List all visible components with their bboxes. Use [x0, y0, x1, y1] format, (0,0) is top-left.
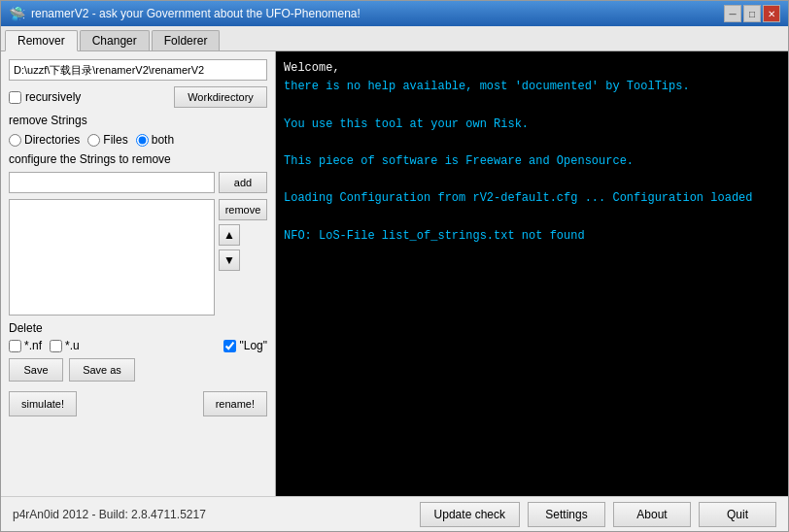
maximize-button[interactable]: □ — [743, 5, 761, 22]
update-check-button[interactable]: Update check — [420, 502, 520, 527]
delete-label: Delete — [9, 321, 267, 335]
nf-label: *.nf — [24, 339, 42, 352]
radio-both-label: both — [152, 133, 174, 147]
right-panel: Welcome,there is no help available, most… — [276, 51, 788, 496]
string-list[interactable] — [9, 199, 215, 316]
tab-folderer[interactable]: Folderer — [152, 30, 221, 50]
titlebar-left: 🛸 renamerV2 - ask your Government about … — [9, 6, 360, 21]
panel-content: recursively Workdirectory remove Strings… — [1, 51, 788, 496]
log-line: there is no help available, most 'docume… — [284, 78, 780, 96]
radio-files: Files — [87, 133, 127, 147]
tab-changer[interactable]: Changer — [80, 30, 150, 50]
log-line — [284, 209, 780, 227]
log-line: You use this tool at your own Risk. — [284, 116, 780, 134]
recursively-checkbox[interactable] — [9, 91, 21, 104]
save-as-button[interactable]: Save as — [69, 358, 135, 382]
save-row: Save Save as — [9, 358, 267, 382]
up-button[interactable]: ▲ — [219, 224, 240, 246]
save-button[interactable]: Save — [9, 358, 63, 382]
radio-directories-input[interactable] — [9, 134, 21, 147]
radio-directories: Directories — [9, 133, 80, 147]
radio-files-label: Files — [103, 133, 127, 147]
build-text: p4rAn0id 2012 - Build: 2.8.4711.5217 — [13, 508, 412, 521]
list-area-row: remove ▲ ▼ — [9, 199, 267, 316]
u-label: *.u — [65, 339, 80, 352]
u-checkbox[interactable] — [50, 340, 62, 352]
add-button[interactable]: add — [219, 172, 267, 193]
remove-button[interactable]: remove — [219, 199, 267, 220]
path-input[interactable] — [9, 59, 267, 81]
path-row — [9, 59, 267, 81]
configure-label: configure the Strings to remove — [9, 152, 267, 166]
log-label: "Log" — [239, 339, 267, 352]
main-window: 🛸 renamerV2 - ask your Government about … — [0, 0, 789, 532]
about-button[interactable]: About — [613, 502, 691, 527]
left-panel: recursively Workdirectory remove Strings… — [1, 51, 276, 496]
statusbar: p4rAn0id 2012 - Build: 2.8.4711.5217 Upd… — [1, 496, 788, 531]
window-title: renamerV2 - ask your Government about th… — [31, 7, 360, 20]
down-button[interactable]: ▼ — [219, 249, 240, 271]
u-check-item: *.u — [50, 339, 80, 352]
add-row: add — [9, 172, 267, 193]
log-checkbox[interactable] — [223, 340, 236, 352]
log-line — [284, 171, 780, 189]
radio-row: Directories Files both — [9, 133, 267, 147]
radio-directories-label: Directories — [24, 133, 80, 147]
log-line: Welcome, — [284, 59, 780, 78]
list-side-btns: remove ▲ ▼ — [219, 199, 267, 316]
quit-button[interactable]: Quit — [699, 502, 776, 527]
radio-both-input[interactable] — [136, 134, 149, 147]
rename-button[interactable]: rename! — [203, 391, 267, 416]
log-check-item: "Log" — [223, 339, 267, 352]
simulate-button[interactable]: simulate! — [9, 391, 77, 416]
nf-checkbox[interactable] — [9, 340, 21, 352]
recursively-check-row: recursively — [9, 90, 81, 104]
titlebar-controls: ─ □ ✕ — [724, 5, 780, 22]
radio-both: both — [136, 133, 174, 147]
titlebar: 🛸 renamerV2 - ask your Government about … — [1, 1, 788, 26]
remove-strings-label: remove Strings — [9, 114, 267, 127]
bottom-btns: simulate! rename! — [9, 391, 267, 416]
nf-check-item: *.nf — [9, 339, 42, 352]
workdirectory-button[interactable]: Workdirectory — [174, 86, 267, 108]
tab-remover[interactable]: Remover — [5, 30, 78, 51]
recursively-label: recursively — [25, 90, 81, 104]
log-line — [284, 96, 780, 115]
delete-checkboxes: *.nf *.u "Log" — [9, 339, 267, 352]
delete-section: Delete *.nf *.u "Log" — [9, 321, 267, 352]
main-area: Remover Changer Folderer recursively Wor… — [1, 26, 788, 496]
string-input[interactable] — [9, 172, 215, 193]
tab-bar: Remover Changer Folderer — [1, 26, 788, 51]
settings-button[interactable]: Settings — [528, 502, 605, 527]
recursively-row: recursively Workdirectory — [9, 86, 267, 108]
minimize-button[interactable]: ─ — [724, 5, 741, 22]
radio-files-input[interactable] — [87, 134, 100, 147]
log-line — [284, 134, 780, 152]
log-line: NFO: LoS-File list_of_strings.txt not fo… — [284, 227, 780, 246]
log-line: Loading Configuration from rV2-default.c… — [284, 189, 780, 208]
app-icon: 🛸 — [9, 6, 25, 21]
log-line: This piece of software is Freeware and O… — [284, 152, 780, 171]
close-button[interactable]: ✕ — [763, 5, 780, 22]
